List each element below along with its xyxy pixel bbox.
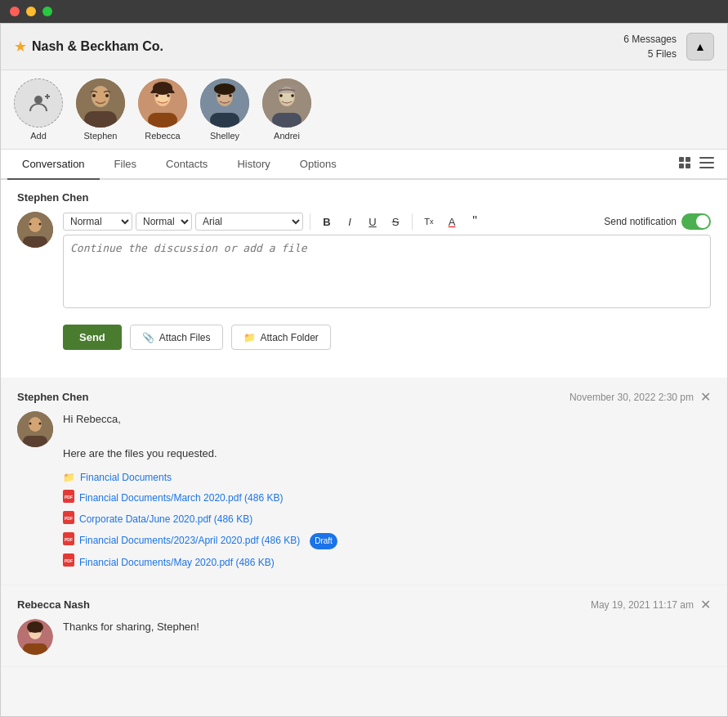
format-toolbar: Normal Heading 1 Heading 2 Normal Small … bbox=[63, 212, 711, 231]
tab-contacts[interactable]: Contacts bbox=[151, 150, 222, 180]
collapse-button[interactable]: ▲ bbox=[686, 33, 714, 60]
attach-files-label: Attach Files bbox=[159, 332, 211, 343]
conversation-content: Stephen Chen Normal Heading 1 bbox=[1, 180, 727, 378]
message-1-files: 📁 Financial Documents PDF Financial Docu… bbox=[63, 468, 711, 573]
send-notification-toggle[interactable] bbox=[681, 213, 711, 230]
svg-rect-26 bbox=[272, 113, 301, 128]
strikethrough-button[interactable]: S bbox=[386, 212, 405, 231]
compose-section-label: Stephen Chen bbox=[17, 191, 711, 204]
pdf-icon-1: PDF bbox=[63, 490, 74, 508]
svg-point-46 bbox=[39, 423, 42, 425]
svg-point-45 bbox=[29, 423, 32, 425]
svg-point-13 bbox=[155, 94, 159, 97]
svg-point-60 bbox=[27, 621, 43, 633]
send-button[interactable]: Send bbox=[63, 325, 122, 350]
person-name-shelley: Shelley bbox=[210, 131, 239, 141]
clear-format-button[interactable]: Tx bbox=[419, 212, 439, 231]
pdf-icon-2: PDF bbox=[63, 511, 74, 529]
close-button[interactable] bbox=[10, 7, 20, 16]
person-shelley[interactable]: Shelley bbox=[200, 78, 249, 141]
tab-options[interactable]: Options bbox=[285, 150, 351, 180]
svg-rect-32 bbox=[679, 164, 684, 168]
tabs: Conversation Files Contacts History Opti… bbox=[7, 150, 351, 178]
message-2-header: Rebecca Nash May 19, 2021 11:17 am ✕ bbox=[17, 597, 711, 612]
add-person-icon bbox=[14, 78, 63, 128]
chevron-up-icon: ▲ bbox=[695, 40, 706, 53]
compose-avatar bbox=[17, 212, 53, 248]
title-bar bbox=[0, 0, 728, 23]
maximize-button[interactable] bbox=[42, 7, 52, 16]
message-1-body: Hi Rebecca, Here are the files you reque… bbox=[63, 411, 711, 573]
font-select[interactable]: Arial Times New Roman Courier bbox=[195, 213, 303, 231]
svg-point-22 bbox=[214, 83, 235, 95]
message-2-body: Thanks for sharing, Stephen! bbox=[63, 619, 711, 643]
message-2-sender: Rebecca Nash bbox=[17, 598, 90, 611]
attach-folder-label: Attach Folder bbox=[261, 332, 319, 343]
svg-point-8 bbox=[105, 94, 109, 97]
person-rebecca[interactable]: Rebecca bbox=[138, 78, 187, 141]
tab-files[interactable]: Files bbox=[100, 150, 151, 180]
tab-icons bbox=[678, 156, 721, 173]
file-item-folder[interactable]: 📁 Financial Documents bbox=[63, 468, 711, 487]
message-2-row: Thanks for sharing, Stephen! bbox=[17, 619, 711, 655]
message-1-avatar bbox=[17, 411, 53, 447]
person-name-andrei: Andrei bbox=[274, 131, 300, 141]
draft-badge: Draft bbox=[310, 533, 337, 549]
minimize-button[interactable] bbox=[26, 7, 36, 16]
message-1-line-3: Here are the files you requested. bbox=[63, 446, 711, 463]
svg-rect-36 bbox=[699, 167, 714, 168]
svg-point-0 bbox=[34, 96, 42, 104]
tab-conversation[interactable]: Conversation bbox=[7, 150, 100, 180]
file-item-march2020[interactable]: PDF Financial Documents/March 2020.pdf (… bbox=[63, 488, 711, 509]
svg-text:PDF: PDF bbox=[65, 537, 73, 542]
menu-icon[interactable] bbox=[699, 157, 714, 172]
file-label-june2020: Corporate Data/June 2020.pdf (486 KB) bbox=[79, 512, 252, 527]
format-size-select[interactable]: Normal Small Large bbox=[136, 213, 192, 231]
attach-files-button[interactable]: 📎 Attach Files bbox=[130, 325, 223, 350]
pdf-icon-3: PDF bbox=[63, 532, 74, 550]
svg-rect-30 bbox=[679, 157, 684, 162]
message-1-meta: November 30, 2022 2:30 pm ✕ bbox=[569, 389, 711, 405]
quote-button[interactable]: " bbox=[465, 212, 485, 231]
file-label-folder: Financial Documents bbox=[80, 470, 172, 486]
file-label-may2020: Financial Documents/May 2020.pdf (486 KB… bbox=[79, 555, 275, 571]
add-person-button[interactable]: Add bbox=[14, 78, 63, 141]
message-1-close-button[interactable]: ✕ bbox=[700, 389, 711, 405]
svg-rect-6 bbox=[84, 111, 117, 128]
person-stephen[interactable]: Stephen bbox=[76, 78, 125, 141]
compose-editor: Normal Heading 1 Heading 2 Normal Small … bbox=[63, 212, 711, 311]
message-2-close-button[interactable]: ✕ bbox=[700, 597, 711, 612]
file-item-may2020[interactable]: PDF Financial Documents/May 2020.pdf (48… bbox=[63, 552, 711, 573]
font-color-button[interactable]: A bbox=[442, 212, 462, 231]
attach-folder-button[interactable]: 📁 Attach Folder bbox=[231, 325, 331, 350]
files-label: 5 Files bbox=[623, 47, 677, 61]
italic-button[interactable]: I bbox=[340, 212, 360, 231]
format-style-select[interactable]: Normal Heading 1 Heading 2 bbox=[63, 213, 132, 231]
message-2-text: Thanks for sharing, Stephen! bbox=[63, 619, 711, 636]
person-andrei[interactable]: Andrei bbox=[262, 78, 311, 141]
underline-button[interactable]: U bbox=[363, 212, 382, 231]
svg-point-40 bbox=[29, 223, 32, 226]
avatar-stephen bbox=[76, 78, 125, 128]
toolbar-separator-1 bbox=[310, 213, 310, 230]
company-name: Nash & Beckham Co. bbox=[32, 39, 163, 54]
tab-history[interactable]: History bbox=[222, 150, 284, 180]
file-item-april2020[interactable]: PDF Financial Documents/2023/April 2020.… bbox=[63, 531, 711, 552]
favorite-icon: ★ bbox=[14, 38, 27, 56]
bold-button[interactable]: B bbox=[317, 212, 337, 231]
message-1: Stephen Chen November 30, 2022 2:30 pm ✕… bbox=[1, 378, 727, 585]
svg-rect-31 bbox=[686, 157, 690, 162]
send-notification-label: Send notification bbox=[604, 216, 677, 227]
header-right: 6 Messages 5 Files ▲ bbox=[623, 32, 714, 61]
action-buttons: Send 📎 Attach Files 📁 Attach Folder bbox=[17, 325, 711, 350]
message-1-date: November 30, 2022 2:30 pm bbox=[569, 392, 694, 403]
grid-icon[interactable] bbox=[678, 156, 691, 173]
message-1-header: Stephen Chen November 30, 2022 2:30 pm ✕ bbox=[17, 389, 711, 405]
message-1-text: Hi Rebecca, Here are the files you reque… bbox=[63, 411, 711, 462]
svg-point-7 bbox=[92, 94, 96, 97]
paperclip-icon: 📎 bbox=[142, 332, 154, 343]
compose-textarea[interactable] bbox=[63, 235, 711, 308]
file-item-june2020[interactable]: PDF Corporate Data/June 2020.pdf (486 KB… bbox=[63, 509, 711, 531]
svg-rect-44 bbox=[23, 436, 47, 447]
message-2: Rebecca Nash May 19, 2021 11:17 am ✕ bbox=[1, 585, 727, 667]
